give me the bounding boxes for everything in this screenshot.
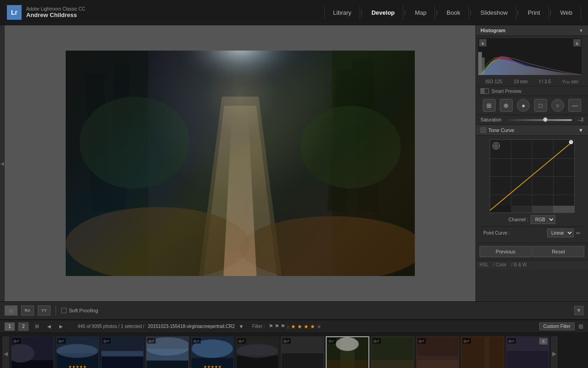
filmstrip-prev-arrow[interactable]: ◀ — [45, 322, 53, 331]
tone-curve-graph[interactable]: ◎ — [490, 139, 575, 213]
page-2-btn[interactable]: 2 — [18, 322, 28, 331]
star-1[interactable]: ★ — [291, 323, 296, 330]
film-thumb-2[interactable]: ◎✓ ★★★★★ — [56, 336, 99, 368]
filter-label: Filter : — [252, 324, 265, 329]
star-5[interactable]: ★ — [317, 323, 322, 330]
single-view-btn[interactable]: □ — [5, 305, 17, 316]
film-thumb-8[interactable]: ◎✓ — [326, 336, 369, 368]
expand-button[interactable]: ▼ — [574, 306, 583, 315]
grid-view-icon[interactable]: ⊞ — [32, 322, 41, 331]
film-thumb-1[interactable]: ◎✓ — [11, 336, 54, 368]
hsl-label: HSL — [480, 262, 488, 267]
app-info: Adobe Lightroom Classic CC Andrew Childr… — [26, 6, 85, 18]
saturation-slider[interactable] — [508, 119, 572, 121]
film-badge-5: ◎✓ — [192, 338, 201, 344]
spot-removal-tool[interactable]: ⊕ — [500, 99, 513, 112]
iso-value: ISO 125 — [486, 79, 503, 84]
reset-button[interactable]: Reset — [532, 246, 584, 257]
svg-point-40 — [237, 344, 278, 358]
nav-menu: Library | Develop | Map | Book | Slidesh… — [324, 6, 581, 20]
svg-point-21 — [569, 140, 573, 144]
color-label: / Color — [493, 262, 506, 267]
aperture-value: f / 3.5 — [539, 79, 551, 84]
film-thumb-6[interactable]: ◎✓ — [236, 336, 279, 368]
svg-rect-49 — [372, 360, 413, 368]
compare-view-btn[interactable]: RA — [21, 305, 34, 316]
film-thumb-3[interactable]: ◎✓ — [101, 336, 144, 368]
film-badge-10: ◎✓ — [418, 338, 426, 344]
film-thumb-4[interactable]: ◎✓ — [146, 336, 189, 368]
main-image — [66, 51, 415, 276]
previous-button[interactable]: Previous — [480, 246, 531, 257]
filmstrip-next-arrow[interactable]: ▶ — [57, 322, 65, 331]
left-panel-toggle[interactable]: ◀ — [0, 25, 5, 301]
film-thumb-12[interactable]: ◎✓ 5 — [506, 336, 549, 368]
histogram-title: Histogram — [481, 28, 505, 33]
hsl-section-bar: HSL / Color / B & W — [476, 260, 588, 269]
nav-library[interactable]: Library — [324, 6, 360, 20]
point-curve-select[interactable]: Linear — [547, 229, 574, 237]
svg-rect-57 — [507, 351, 548, 368]
film-thumb-5[interactable]: ◎✓ ★★★★★ — [191, 336, 234, 368]
histogram-header[interactable]: Histogram ▼ — [476, 25, 588, 36]
star-4[interactable]: ★ — [310, 323, 315, 330]
tone-curve-collapse[interactable] — [481, 127, 486, 133]
nav-develop[interactable]: Develop — [363, 6, 404, 20]
nav-slideshow[interactable]: Slideshow — [472, 6, 516, 20]
film-stars-2: ★★★★★ — [68, 365, 86, 368]
film-thumb-9[interactable]: ◎✓ — [371, 336, 414, 368]
filmstrip-grid-icon[interactable]: ⊞ — [578, 323, 583, 330]
flag-icon3[interactable]: ⚑ — [281, 323, 285, 329]
graduated-filter-tool[interactable]: □ — [534, 99, 547, 112]
bottom-toolbar: □ RA YY Soft Proofing ▼ — [0, 301, 588, 320]
star-2[interactable]: ★ — [297, 323, 302, 330]
filmstrip-more[interactable]: … — [69, 324, 74, 329]
svg-rect-42 — [282, 353, 323, 368]
tone-curve-title: Tone Curve — [488, 127, 514, 133]
survey-view-btn[interactable]: YY — [38, 305, 51, 316]
filter-dropdown[interactable]: Custom Filter — [539, 322, 575, 330]
toolbar-sep1 — [56, 306, 56, 315]
tone-curve-area: ◎ — [476, 136, 588, 243]
radial-filter-tool[interactable]: ○ — [551, 99, 564, 112]
film-badge-9: ◎✓ — [373, 338, 381, 344]
nav-book[interactable]: Book — [438, 6, 469, 20]
path-dropdown-icon[interactable]: ▼ — [238, 323, 244, 330]
histogram-canvas: ▲ ▲ — [478, 38, 582, 75]
page-1-btn[interactable]: 1 — [5, 322, 15, 331]
histogram-area: ▲ ▲ — [476, 36, 588, 77]
svg-rect-55 — [489, 337, 503, 368]
main-area: ◀ — [0, 25, 588, 301]
nav-print[interactable]: Print — [520, 6, 549, 20]
film-thumb-10[interactable]: ◎✓ — [416, 336, 459, 368]
crop-tool[interactable]: ⊞ — [483, 99, 496, 112]
svg-point-13 — [300, 106, 401, 189]
tone-curve-header[interactable]: Tone Curve ▼ — [476, 125, 588, 136]
shutter-value: ¹⁄₇₅₀ sec — [562, 79, 578, 84]
svg-rect-30 — [102, 351, 143, 356]
filmstrip-right-arrow[interactable]: ▶ — [551, 336, 558, 368]
channel-select[interactable]: RGB — [531, 215, 555, 224]
tone-curve-edit-icon[interactable]: ✏ — [576, 230, 581, 236]
film-badge-4: ◎✓ — [147, 338, 156, 344]
saturation-thumb — [543, 117, 548, 122]
flag-icon1[interactable]: ⚑ — [269, 323, 273, 329]
histogram-graph — [478, 38, 582, 75]
svg-line-20 — [490, 142, 572, 210]
filmstrip-left-arrow[interactable]: ◀ — [2, 336, 9, 368]
saturation-row: Saturation –3 — [476, 115, 588, 125]
photo-path[interactable]: 20151023-155418-virginiacreepertrail.CR2 — [148, 324, 235, 329]
star-3[interactable]: ★ — [304, 323, 309, 330]
film-badge-11: ◎✓ — [463, 338, 471, 344]
nav-map[interactable]: Map — [407, 6, 435, 20]
tone-curve-left: Tone Curve — [481, 127, 514, 133]
nav-web[interactable]: Web — [552, 6, 582, 20]
red-eye-tool[interactable]: ● — [517, 99, 530, 112]
adjustment-brush-tool[interactable]: — — [568, 99, 581, 112]
bw-label: / B & W — [511, 262, 527, 267]
flag-icon2[interactable]: ⚑ — [275, 323, 279, 329]
film-thumb-11[interactable]: ◎✓ — [461, 336, 504, 368]
film-badge-12: ◎✓ — [508, 338, 516, 344]
film-thumb-7[interactable]: ◎✓ — [281, 336, 324, 368]
soft-proofing-checkbox[interactable] — [61, 308, 67, 313]
